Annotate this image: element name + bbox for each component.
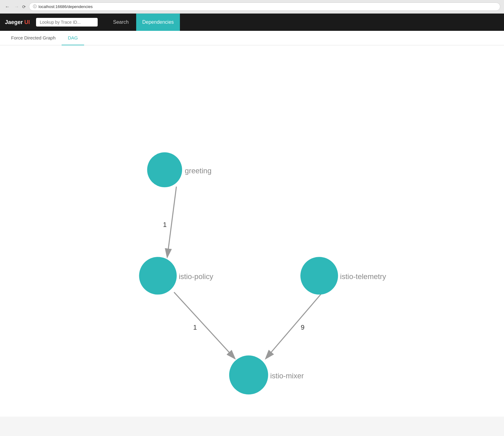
edge-label-policy-mixer: 1 <box>193 323 197 331</box>
app-header: Jaeger UI Search Dependencies <box>0 14 504 31</box>
edge-greeting-policy <box>167 187 176 257</box>
browser-nav-buttons: ← → ⟳ <box>4 3 26 10</box>
node-label-istio-mixer: istio-mixer <box>270 372 304 380</box>
node-greeting[interactable] <box>147 152 182 187</box>
edge-label-telemetry-mixer: 9 <box>301 323 304 331</box>
edge-policy-mixer <box>174 292 234 358</box>
refresh-button[interactable]: ⟳ <box>22 4 26 9</box>
node-label-istio-telemetry: istio-telemetry <box>340 272 386 281</box>
tab-force-directed-graph[interactable]: Force Directed Graph <box>5 31 62 45</box>
trace-lookup-input[interactable] <box>36 18 98 27</box>
nav-search[interactable]: Search <box>107 14 135 31</box>
nav-dependencies[interactable]: Dependencies <box>136 14 180 31</box>
node-istio-telemetry[interactable] <box>300 257 338 294</box>
info-icon: ⓘ <box>33 4 37 9</box>
node-label-istio-policy: istio-policy <box>179 272 213 281</box>
logo-accent: UI <box>24 19 30 25</box>
app-logo: Jaeger UI <box>5 19 30 26</box>
browser-chrome: ← → ⟳ ⓘ localhost:16686/dependencies <box>0 0 504 14</box>
edge-telemetry-mixer <box>266 292 323 358</box>
graph-area: 1 1 9 greeting istio-policy istio-teleme… <box>0 45 504 417</box>
address-bar[interactable]: ⓘ localhost:16686/dependencies <box>29 2 500 11</box>
header-nav: Search Dependencies <box>107 14 180 31</box>
forward-button[interactable]: → <box>13 3 20 10</box>
node-istio-mixer[interactable] <box>229 356 268 395</box>
node-istio-policy[interactable] <box>139 257 177 294</box>
node-label-greeting: greeting <box>185 167 212 175</box>
edge-label-greeting-policy: 1 <box>163 221 167 228</box>
back-button[interactable]: ← <box>4 3 11 10</box>
tabs-bar: Force Directed Graph DAG <box>0 31 504 45</box>
tab-dag[interactable]: DAG <box>62 31 84 45</box>
url-text: localhost:16686/dependencies <box>39 4 93 9</box>
dag-svg: 1 1 9 greeting istio-policy istio-teleme… <box>0 45 504 415</box>
